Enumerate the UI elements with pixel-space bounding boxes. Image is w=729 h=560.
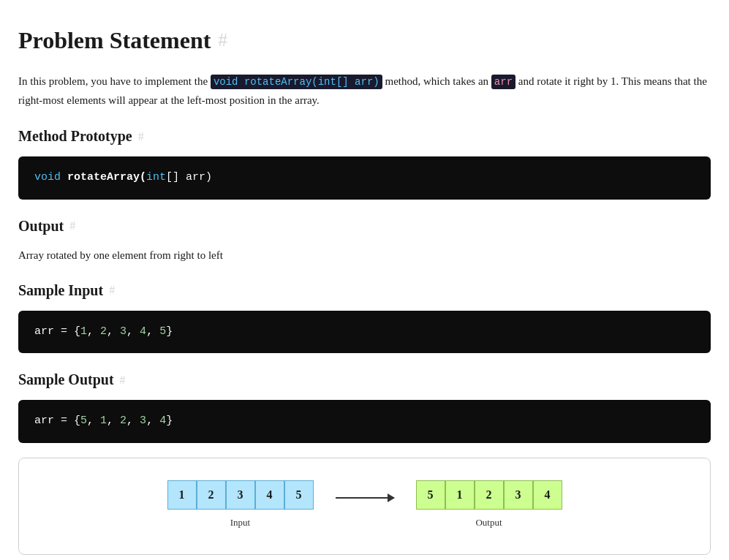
so-n3: 2: [120, 415, 126, 427]
sample-input-heading: Sample Input #: [18, 279, 711, 302]
input-cell-2: 2: [197, 480, 226, 510]
output-label: Output: [18, 214, 64, 238]
output-cell-2: 1: [445, 480, 475, 510]
so-close: }: [166, 415, 173, 427]
sample-output-heading: Sample Output #: [18, 368, 711, 391]
so-n4: 3: [140, 415, 146, 427]
output-array-cells: 51234: [416, 480, 562, 510]
page-title-hash: #: [218, 26, 227, 56]
method-prototype-heading: Method Prototype #: [18, 124, 711, 148]
si-n5: 5: [159, 325, 166, 338]
so-plain: arr = {: [34, 415, 80, 427]
page-title: Problem Statement #: [18, 22, 711, 59]
output-heading: Output #: [18, 214, 711, 238]
si-c4: ,: [146, 325, 159, 338]
output-cell-5: 4: [533, 480, 562, 510]
so-n2: 1: [100, 415, 107, 427]
so-c3: ,: [126, 415, 140, 427]
input-cell-3: 3: [226, 480, 255, 510]
si-c3: ,: [126, 325, 140, 338]
output-cell-1: 5: [416, 480, 445, 510]
sample-input-hash: #: [109, 281, 115, 300]
input-array-cells: 12345: [167, 480, 314, 510]
desc-middle: method, which takes an: [382, 75, 491, 87]
si-c2: ,: [107, 325, 120, 338]
param-inline-code: arr: [491, 75, 515, 89]
si-plain: arr = {: [34, 325, 80, 338]
output-cell-4: 3: [504, 480, 533, 510]
code-fn-name: rotateArray(: [67, 171, 146, 183]
input-label: Input: [230, 515, 250, 531]
problem-description: In this problem, you have to implement t…: [18, 72, 711, 110]
si-c1: ,: [87, 325, 100, 338]
diagram-container: 12345 Input 51234 Output: [18, 458, 711, 555]
si-n1: 1: [80, 325, 87, 338]
input-cell-5: 5: [284, 480, 314, 510]
si-n2: 2: [100, 325, 107, 338]
sample-input-label: Sample Input: [18, 279, 103, 302]
input-cell-4: 4: [255, 480, 284, 510]
output-label: Output: [475, 515, 502, 531]
method-prototype-label: Method Prototype: [18, 124, 132, 148]
method-prototype-code-block: void rotateArray(int[] arr): [18, 156, 711, 200]
output-cell-3: 2: [475, 480, 504, 510]
code-void-keyword: void: [34, 171, 61, 183]
sample-output-hash: #: [120, 371, 126, 390]
sample-output-label: Sample Output: [18, 368, 114, 391]
arrow: [336, 497, 394, 499]
input-cell-1: 1: [167, 480, 197, 510]
input-array-group: 12345 Input: [167, 480, 314, 531]
code-int-keyword: int: [146, 171, 166, 183]
si-n3: 3: [120, 325, 126, 338]
output-description: Array rotated by one element from right …: [18, 246, 711, 264]
code-fn-suffix: [] arr): [166, 171, 212, 183]
page-title-text: Problem Statement: [18, 22, 211, 59]
method-prototype-hash: #: [138, 127, 144, 146]
method-inline-code: void rotateArray(int[] arr): [211, 75, 382, 89]
si-close: }: [166, 325, 173, 338]
so-n5: 4: [159, 415, 166, 427]
desc-before: In this problem, you have to implement t…: [18, 75, 211, 87]
si-n4: 4: [140, 325, 146, 338]
so-n1: 5: [80, 415, 87, 427]
output-hash: #: [69, 216, 75, 235]
arrow-line: [336, 497, 394, 499]
so-c2: ,: [107, 415, 120, 427]
so-c1: ,: [87, 415, 100, 427]
sample-input-code-block: arr = {1, 2, 3, 4, 5}: [18, 311, 711, 354]
output-array-group: 51234 Output: [416, 480, 562, 531]
diagram-row: 12345 Input 51234 Output: [167, 480, 562, 531]
code-space: [61, 171, 67, 183]
so-c4: ,: [146, 415, 159, 427]
sample-output-code-block: arr = {5, 1, 2, 3, 4}: [18, 400, 711, 443]
